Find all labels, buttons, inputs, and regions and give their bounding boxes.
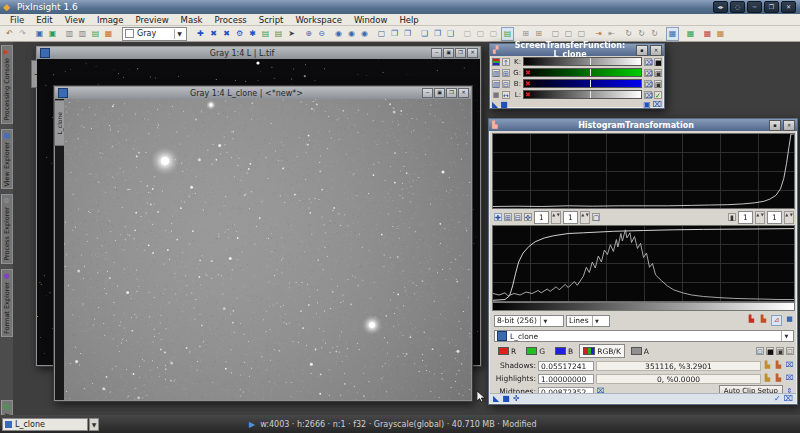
- stf-reset-row-icon[interactable]: ⌧: [644, 69, 652, 77]
- menu-item-script[interactable]: Script: [253, 14, 290, 26]
- histogram-shade-icon[interactable]: ▪: [769, 120, 781, 131]
- readout-icon[interactable]: ▮: [728, 213, 736, 221]
- stf-row-state-icon[interactable]: ✓: [654, 91, 662, 99]
- select-mode-icon[interactable]: ▢: [376, 28, 387, 40]
- pan-icon[interactable]: ✜: [524, 213, 532, 221]
- workspace-select-button[interactable]: ◌: [730, 1, 745, 13]
- track-icon[interactable]: ✚: [494, 213, 502, 221]
- stf-new-instance-icon[interactable]: ◣: [492, 101, 498, 109]
- image-view-L-clone[interactable]: [64, 99, 471, 400]
- stf-row-state-icon[interactable]: ■: [654, 58, 662, 66]
- rgbws-green-icon[interactable]: ▦: [685, 28, 696, 40]
- zoom-v-expand-icon[interactable]: ⊟: [514, 213, 522, 221]
- stf-close-icon[interactable]: ✕: [650, 45, 662, 56]
- reset-highlights-icon[interactable]: ⌧: [785, 374, 794, 383]
- undo-icon[interactable]: ↶: [4, 28, 15, 40]
- menu-item-process[interactable]: Process: [209, 14, 253, 26]
- readout-h-stepper[interactable]: ▲ ▼: [755, 211, 765, 224]
- win-restore-icon[interactable]: ❐: [455, 48, 466, 58]
- tab-processing-console[interactable]: ▶Processing Console: [1, 45, 13, 124]
- pixelmath-icon[interactable]: ▦: [103, 28, 114, 40]
- stf-mode-icon[interactable]: ■: [492, 91, 500, 99]
- image-info-icon[interactable]: ▣: [47, 28, 58, 40]
- minimize-button[interactable]: ─: [747, 1, 762, 13]
- stf-adjust-icon[interactable]: ↑: [502, 58, 510, 66]
- stf-mode-icon[interactable]: ▥: [492, 69, 500, 77]
- stf-midtones-marker[interactable]: [590, 91, 591, 98]
- reset-shadows-icon[interactable]: ⌧: [785, 361, 794, 370]
- channel-tab-b[interactable]: B: [551, 344, 577, 358]
- active-view-select[interactable]: L_clone: [2, 418, 88, 431]
- win-minimize-icon[interactable]: ─: [431, 48, 442, 58]
- clip-high2-icon[interactable]: ▙: [774, 374, 783, 383]
- stf-row-state-icon[interactable]: ▣: [654, 80, 662, 88]
- zoom-fit-icon[interactable]: ✖: [208, 28, 219, 40]
- histogram-close-icon[interactable]: ✕: [783, 120, 795, 131]
- stf-adjust-icon[interactable]: ↔: [502, 91, 510, 99]
- workspace-prev-button[interactable]: ◂▸: [713, 1, 728, 13]
- apply-global-icon[interactable]: ✜: [513, 395, 520, 403]
- menu-item-edit[interactable]: Edit: [30, 14, 58, 26]
- win-close-icon[interactable]: ✕: [467, 48, 478, 58]
- new-file-icon[interactable]: ▤: [260, 28, 271, 40]
- redo-icon[interactable]: ↷: [17, 28, 28, 40]
- stf-auto-icon[interactable]: ✚: [195, 28, 206, 40]
- active-doc-icon[interactable]: ▤: [501, 27, 514, 41]
- stf-gradient-b[interactable]: ✖: [523, 79, 642, 88]
- menu-item-window[interactable]: Window: [348, 14, 394, 26]
- channel-tab-r[interactable]: R: [494, 344, 520, 358]
- stf-clip-marker-icon[interactable]: ✖: [525, 80, 531, 88]
- menu-item-preview[interactable]: Preview: [130, 14, 175, 26]
- zoom-out-icon[interactable]: ⊖: [316, 28, 327, 40]
- copy-b-icon[interactable]: ▢: [563, 28, 574, 40]
- stf-gradient-l[interactable]: ✖: [523, 90, 642, 99]
- zoom-optimal-icon[interactable]: ✖: [221, 28, 232, 40]
- histogram-dialog[interactable]: ▙ HistogramTransformation ▪ ✕ ✚⊞⊟✜1▲ ▼1▲…: [488, 118, 798, 405]
- readout-h-value[interactable]: 1: [738, 211, 753, 224]
- stf-row-state-icon[interactable]: ▣: [654, 69, 662, 77]
- clip-low2-icon[interactable]: ▙: [774, 361, 783, 370]
- new-preview-icon[interactable]: ❐: [389, 28, 400, 40]
- menu-item-file[interactable]: File: [4, 14, 30, 26]
- rgbws-orange-icon[interactable]: ▦: [715, 28, 726, 40]
- zoom-v-stepper[interactable]: ▲ ▼: [580, 211, 590, 224]
- readout-v-value[interactable]: 1: [767, 211, 782, 224]
- refresh-a-icon[interactable]: ↻: [623, 28, 634, 40]
- white-point-icon[interactable]: ⊡: [786, 347, 794, 355]
- image-window-L-titlebar[interactable]: Gray 1:4 L | L.tif ─ ▣ ❐ ✕: [37, 47, 480, 59]
- copy-a-icon[interactable]: ▢: [550, 28, 561, 40]
- zoom-h-value[interactable]: 1: [534, 211, 549, 224]
- stf-reset-row-icon[interactable]: ⌧: [644, 91, 652, 99]
- menu-item-image[interactable]: Image: [91, 14, 130, 26]
- close-button[interactable]: ✕: [781, 1, 796, 13]
- channel-tab-rgb-k[interactable]: RGB/K: [579, 344, 625, 358]
- curve-grid-icon[interactable]: ⊿: [771, 315, 782, 326]
- zoom-1-2-icon[interactable]: ◉: [346, 28, 357, 40]
- highlights-input[interactable]: 1.00000000: [538, 374, 594, 384]
- view-select[interactable]: L_clone ▼: [494, 330, 794, 342]
- graph-mode-icon[interactable]: ▢: [592, 213, 600, 221]
- dock-left-icon[interactable]: ⇤: [606, 28, 617, 40]
- menu-item-workspace[interactable]: Workspace: [289, 14, 347, 26]
- stf-clip-marker-icon[interactable]: ✖: [525, 69, 531, 77]
- cascade-windows-icon[interactable]: ❐: [432, 28, 443, 40]
- image-window-L-clone[interactable]: Gray 1:4 L_clone | <*new*> ─ ▣ ❐ ✕ L_clo…: [53, 85, 473, 402]
- histogram-titlebar[interactable]: ▙ HistogramTransformation ▪ ✕: [489, 119, 797, 131]
- input-histogram-graph[interactable]: [492, 225, 795, 302]
- clip-high-icon[interactable]: ▙: [763, 374, 772, 383]
- channel-tab-a[interactable]: A: [627, 344, 653, 358]
- grayspace-select[interactable]: Gray▼: [122, 27, 187, 41]
- new-image-icon[interactable]: ▤: [90, 28, 101, 40]
- stf-reset-icon[interactable]: ⌧: [653, 101, 662, 109]
- readout-mode-icon[interactable]: ⊡: [756, 347, 764, 355]
- settings-icon[interactable]: ⚙: [234, 28, 245, 40]
- plot-style-select[interactable]: Lines▼: [566, 315, 610, 327]
- reset-dialog-icon[interactable]: ⌧: [784, 395, 793, 403]
- menu-item-view[interactable]: View: [59, 14, 91, 26]
- app-titlebar[interactable]: ◆ PixInsight 1.6 ◂▸◌─❐✕: [0, 0, 800, 14]
- stf-reset-row-icon[interactable]: ⌧: [644, 58, 652, 66]
- hist-log-icon[interactable]: ▙: [759, 315, 768, 324]
- screen-stf-icon[interactable]: ▣: [34, 28, 45, 40]
- zoom-v-value[interactable]: 1: [563, 211, 578, 224]
- zoom-h-stepper[interactable]: ▲ ▼: [551, 211, 561, 224]
